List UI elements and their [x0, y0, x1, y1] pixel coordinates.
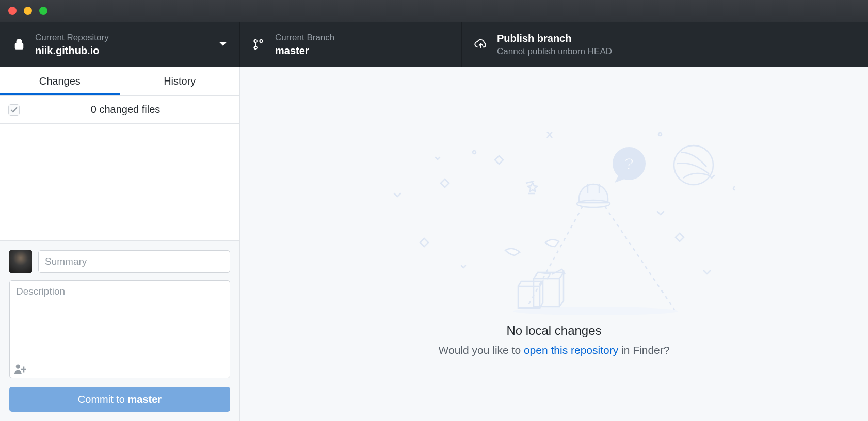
window-close-button[interactable]: [8, 7, 17, 15]
add-coauthor-icon[interactable]: [14, 364, 26, 375]
lock-icon: [12, 38, 26, 51]
commit-summary-input[interactable]: [38, 250, 230, 273]
select-all-checkbox[interactable]: [8, 104, 20, 116]
svg-text:?: ?: [623, 154, 634, 173]
toolbar: Current Repository niik.github.io Curren…: [0, 22, 868, 67]
commit-button-prefix: Commit to: [78, 394, 128, 405]
empty-state-illustration: ?: [374, 132, 735, 317]
git-branch-icon: [252, 38, 266, 51]
window-maximize-button[interactable]: [39, 7, 47, 15]
publish-label: Publish branch: [497, 33, 856, 44]
empty-sub-prefix: Would you like to: [439, 344, 524, 356]
commit-button-branch: master: [128, 394, 162, 405]
sidebar-tabs: Changes History: [0, 67, 239, 96]
svg-point-0: [658, 133, 662, 136]
publish-branch-button[interactable]: Publish branch Cannot publish unborn HEA…: [462, 22, 868, 67]
tab-history[interactable]: History: [120, 67, 240, 95]
changes-header: 0 changed files: [0, 96, 239, 124]
branch-label: Current Branch: [275, 33, 449, 43]
svg-rect-9: [534, 279, 559, 307]
repository-dropdown[interactable]: Current Repository niik.github.io: [0, 22, 240, 67]
commit-button[interactable]: Commit to master: [9, 387, 230, 412]
repository-label: Current Repository: [35, 33, 210, 43]
window-titlebar: [0, 0, 868, 22]
tab-changes[interactable]: Changes: [0, 67, 120, 95]
empty-state-title: No local changes: [506, 323, 601, 338]
commit-description-input[interactable]: [9, 280, 230, 378]
window-minimize-button[interactable]: [24, 7, 32, 15]
sidebar: Changes History 0 changed files Commit t…: [0, 67, 240, 421]
repository-name: niik.github.io: [35, 45, 210, 57]
main-panel: ?: [240, 67, 868, 421]
chevron-down-icon: [219, 41, 227, 47]
commit-form: Commit to master: [0, 240, 239, 421]
svg-point-2: [473, 151, 476, 154]
changes-list: [0, 124, 239, 240]
branch-dropdown[interactable]: Current Branch master: [240, 22, 462, 67]
open-repository-link[interactable]: open this repository: [524, 344, 618, 356]
svg-point-1: [733, 187, 735, 190]
empty-sub-suffix: in Finder?: [618, 344, 669, 356]
publish-sublabel: Cannot publish unborn HEAD: [497, 46, 856, 57]
changed-files-count: 0 changed files: [20, 104, 231, 116]
branch-name: master: [275, 45, 449, 57]
avatar: [9, 250, 32, 273]
cloud-upload-icon: [474, 38, 488, 51]
empty-state-subtitle: Would you like to open this repository i…: [439, 344, 670, 357]
